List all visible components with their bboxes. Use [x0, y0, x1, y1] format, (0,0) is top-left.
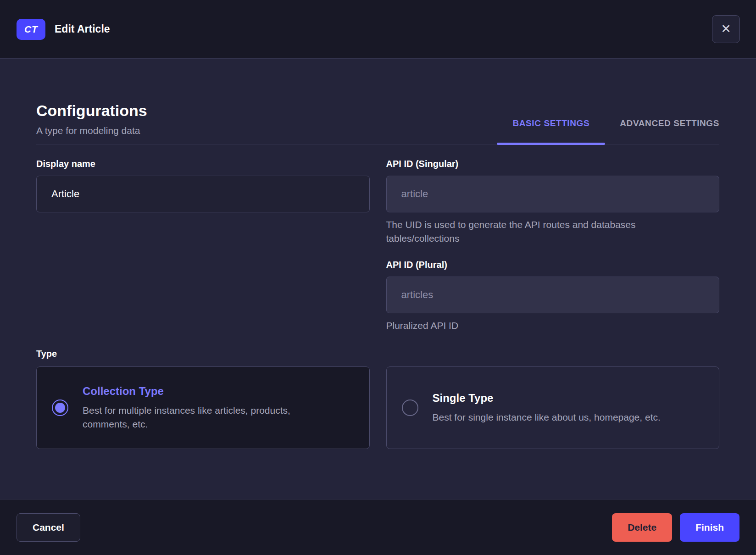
settings-form: Display name API ID (Singular) The UID i… [36, 158, 719, 333]
display-name-input[interactable] [36, 176, 370, 212]
api-id-plural-hint: Pluralized API ID [386, 319, 689, 333]
collection-type-option[interactable]: Collection Type Best for multiple instan… [36, 366, 370, 449]
settings-tabs: BASIC SETTINGS ADVANCED SETTINGS [512, 118, 719, 144]
single-type-option[interactable]: Single Type Best for single instance lik… [386, 366, 720, 449]
content-type-badge-icon: CT [17, 19, 45, 40]
type-options: Collection Type Best for multiple instan… [36, 366, 719, 449]
single-type-radio[interactable] [402, 400, 418, 416]
display-name-field: Display name [36, 158, 370, 212]
single-type-description: Best for single instance like about us, … [433, 411, 661, 424]
type-label: Type [36, 348, 719, 359]
api-id-plural-field: API ID (Plural) Pluralized API ID [386, 259, 720, 333]
radio-selected-dot [55, 403, 65, 413]
form-column-right: API ID (Singular) The UID is used to gen… [386, 158, 720, 333]
modal-body: Configurations A type for modeling data … [0, 59, 756, 499]
single-type-title: Single Type [433, 391, 661, 405]
api-id-plural-label: API ID (Plural) [386, 259, 720, 270]
form-column-left: Display name [36, 158, 370, 333]
api-id-singular-label: API ID (Singular) [386, 158, 720, 169]
modal-header: CT Edit Article ✕ [0, 0, 756, 59]
api-id-plural-input [386, 277, 720, 313]
edit-content-type-modal: CT Edit Article ✕ Configurations A type … [0, 0, 756, 555]
finish-button[interactable]: Finish [680, 513, 739, 542]
configurations-header-row: Configurations A type for modeling data … [36, 101, 719, 144]
modal-title: Edit Article [55, 23, 110, 35]
page-title: Configurations [36, 101, 147, 120]
collection-type-title: Collection Type [83, 384, 339, 398]
collection-type-radio[interactable] [52, 400, 68, 416]
collection-type-description: Best for multiple instances like article… [83, 404, 339, 431]
display-name-label: Display name [36, 158, 370, 169]
cancel-button[interactable]: Cancel [17, 513, 80, 542]
tab-advanced-settings[interactable]: ADVANCED SETTINGS [620, 118, 719, 144]
single-type-text: Single Type Best for single instance lik… [433, 391, 661, 424]
collection-type-text: Collection Type Best for multiple instan… [83, 384, 339, 431]
close-button[interactable]: ✕ [712, 15, 740, 43]
api-id-singular-field: API ID (Singular) The UID is used to gen… [386, 158, 720, 245]
page-subtitle: A type for modeling data [36, 124, 147, 138]
api-id-singular-hint: The UID is used to generate the API rout… [386, 218, 689, 245]
footer-actions: Delete Finish [612, 513, 739, 542]
tab-basic-settings[interactable]: BASIC SETTINGS [512, 118, 589, 144]
modal-footer: Cancel Delete Finish [0, 499, 756, 555]
api-id-singular-input [386, 176, 720, 212]
delete-button[interactable]: Delete [612, 513, 672, 542]
type-section: Type Collection Type Best for multiple i… [36, 348, 719, 449]
configurations-intro: Configurations A type for modeling data [36, 101, 147, 144]
close-icon: ✕ [721, 23, 731, 35]
